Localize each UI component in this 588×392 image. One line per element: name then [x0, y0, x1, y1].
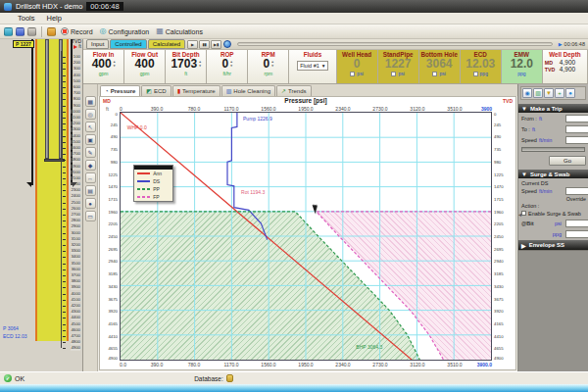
go-button[interactable]: Go	[549, 156, 586, 166]
trip-speed-input[interactable]	[565, 136, 588, 144]
play-icon: ▶	[559, 41, 563, 47]
image-icon[interactable]: ▣	[85, 134, 96, 145]
chart-title: Pressure [psi]	[120, 97, 492, 104]
value-spinner[interactable]: ▴▾	[230, 61, 232, 68]
unit-checkbox[interactable]	[391, 72, 396, 76]
annotation-whp: WHP 0.0	[127, 124, 147, 130]
chart-tab-trends[interactable]: ↗Trends	[276, 85, 311, 96]
record-button[interactable]: Record	[59, 27, 95, 35]
target-icon[interactable]: ◎	[85, 109, 96, 120]
menu-help[interactable]: Help	[41, 14, 68, 23]
value-spinner[interactable]: ▴▾	[114, 61, 116, 68]
chart-tab-label: Temperature	[182, 88, 216, 94]
bit-ppg-input[interactable]	[565, 230, 588, 238]
table-icon[interactable]: ▤	[85, 185, 96, 196]
ruler-tick-label: 2000	[71, 170, 80, 174]
gauge-fluids: FluidsFluid #1▾	[289, 50, 336, 83]
fluids-select[interactable]: Fluid #1▾	[297, 61, 327, 71]
save-icon[interactable]	[16, 27, 24, 36]
tvd-axis-label: TVD	[503, 98, 513, 104]
panel-collapse-handle[interactable]: ◂	[518, 211, 521, 218]
bars-icon[interactable]: ▥	[533, 88, 543, 98]
unit-checkbox[interactable]	[432, 72, 437, 76]
make-a-trip-header[interactable]: ▼ Make a Trip	[518, 104, 588, 113]
tab-calculated[interactable]: Calculated	[148, 39, 185, 49]
trip-to-input[interactable]	[565, 125, 588, 133]
gauge-icon[interactable]	[47, 27, 56, 36]
legend-line-sample	[137, 196, 150, 198]
pause-button[interactable]: ▮▮	[199, 40, 210, 49]
ruler-tick-label: 4900	[71, 346, 80, 351]
gauge-unit: ppg	[480, 71, 488, 76]
ruler-tick-label: 900	[74, 103, 80, 108]
chart-tab-pressure[interactable]: ◔Pressure	[100, 85, 140, 96]
ruler-tick	[63, 300, 66, 301]
ruler-tick	[63, 160, 66, 161]
unit-checkbox[interactable]	[473, 72, 478, 76]
legend-entry-fp: FP	[134, 193, 172, 201]
chart-tab-temperature[interactable]: ▮Temperature	[172, 85, 220, 96]
open-icon[interactable]	[4, 27, 13, 36]
x-tick-label: 0.0	[120, 362, 126, 368]
configuration-button[interactable]: ◎ Configuration	[98, 27, 152, 35]
envelope-ss-header[interactable]: ▶ Envelope SS	[518, 240, 588, 250]
enable-surge-swab-checkbox[interactable]	[521, 211, 526, 216]
y-axis-tvd: 0245490735980122514701715196022052450269…	[492, 112, 515, 361]
legend-label: FP	[153, 194, 159, 200]
trip-from-input[interactable]	[565, 115, 588, 122]
pointer-icon[interactable]: ↖	[85, 122, 96, 132]
ruler-tick-label: 2600	[71, 207, 80, 212]
ruler-tick	[63, 287, 66, 288]
control-row: InputControlledCalculated ▶▮▮▶▮ ▶ 00:06:…	[83, 39, 588, 50]
chart-tab-hole-cleaning[interactable]: ▥Hole Cleaning	[221, 85, 275, 96]
y-tick-label: 1960	[494, 209, 504, 214]
calculations-button[interactable]: ▦ Calculations	[154, 27, 205, 35]
bottomhole-pressure-label: P 3064	[3, 325, 19, 331]
ruler-tick	[63, 136, 66, 137]
gauge-value: 400▴▾	[92, 58, 116, 71]
ruler-tick-label: 3600	[71, 268, 80, 272]
print-icon[interactable]	[27, 27, 36, 36]
tab-controlled[interactable]: Controlled	[110, 39, 146, 49]
y-tick-label: 1225	[494, 172, 504, 176]
ds-speed-input[interactable]	[565, 187, 588, 195]
gauge-value: 12.03	[466, 58, 495, 71]
globe-icon[interactable]: ◉	[522, 88, 532, 98]
unit-checkbox[interactable]	[350, 72, 355, 76]
step-button[interactable]: ▶▮	[211, 40, 221, 49]
grid-icon[interactable]: ▦	[85, 96, 96, 107]
depth-value: 4,900	[560, 59, 575, 66]
globe-icon[interactable]: ●	[85, 198, 96, 209]
play-button[interactable]: ▶	[187, 40, 198, 49]
y-tick-label: 980	[494, 159, 501, 164]
ruler-tick	[63, 63, 66, 64]
gauge-value: 400	[135, 58, 155, 71]
y-tick-label: 2695	[494, 246, 504, 251]
chart-tab-label: ECD	[154, 88, 167, 94]
wrench-icon[interactable]: +	[555, 88, 564, 98]
move-icon[interactable]: ↔	[85, 172, 96, 183]
surge-swab-header[interactable]: ▼ Surge & Swab	[518, 170, 588, 178]
print-icon[interactable]: ▭	[85, 211, 96, 221]
x-tick-label: 3900.0	[477, 362, 492, 368]
timeline-slider[interactable]	[237, 42, 553, 46]
tab-input[interactable]: Input	[86, 39, 109, 49]
ruler-tick-label: 2100	[71, 176, 80, 181]
value-spinner[interactable]: ▴▾	[271, 61, 273, 68]
run-indicator-button[interactable]	[223, 40, 231, 48]
ruler-tick	[63, 196, 66, 197]
flask-icon[interactable]: ▼	[544, 88, 554, 98]
menu-tools[interactable]: Tools	[12, 14, 41, 23]
bottomhole-ecd-label: ECD 12.03	[3, 333, 26, 339]
bit-psi-input[interactable]	[565, 220, 588, 227]
edit-icon[interactable]: ✎	[85, 147, 96, 158]
ruler-tick-label: 3000	[71, 230, 80, 235]
menu-bar: ToolsHelp	[0, 13, 588, 24]
palette-icon[interactable]: ◆	[85, 160, 96, 171]
ruler-tick	[63, 324, 66, 325]
y-tick-label: 2205	[108, 221, 118, 226]
chart-tab-ecd[interactable]: ◩ECD	[141, 85, 171, 96]
droplet-icon[interactable]: ●	[565, 88, 575, 98]
ruler-tick-label: 2900	[71, 224, 80, 229]
value-spinner[interactable]: ▴▾	[199, 61, 201, 68]
